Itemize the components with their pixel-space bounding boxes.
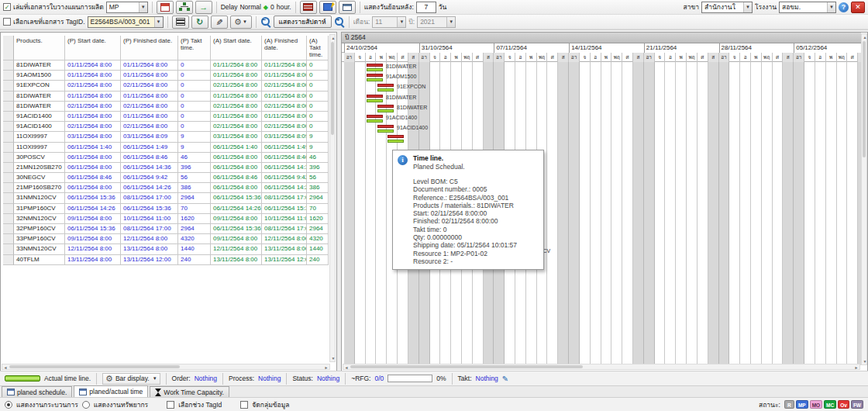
table-cell[interactable]: 46: [178, 153, 211, 163]
table-cell[interactable]: 1440: [178, 244, 211, 254]
table-cell[interactable]: 91ACID1400: [14, 112, 65, 122]
show-process-radio[interactable]: [5, 401, 12, 409]
show-weekly-button[interactable]: แสดงรายสัปดาห์: [274, 16, 332, 28]
table-cell[interactable]: 06/11/2564 9:42: [121, 173, 178, 183]
gantt-horizontal-scrollbar[interactable]: ◄►: [343, 364, 860, 370]
table-cell[interactable]: 02/11/2564 8:00: [65, 102, 121, 112]
month-combo[interactable]: 11▼: [372, 16, 406, 28]
row-selector[interactable]: [3, 102, 14, 112]
table-cell[interactable]: 06/11/2564 8:00: [65, 163, 121, 173]
column-header[interactable]: (A) Start date.: [211, 36, 262, 60]
table-cell[interactable]: 02/11/2564 8:00: [262, 122, 307, 132]
table-cell[interactable]: 13/11/2564 8:00: [262, 244, 307, 254]
table-row[interactable]: 30NEGCV06/11/2564 8:4606/11/2564 9:42560…: [3, 173, 329, 183]
table-cell[interactable]: 1440: [307, 244, 329, 254]
table-cell[interactable]: 0: [307, 92, 329, 102]
table-cell[interactable]: 02/11/2564 8:00: [121, 81, 178, 91]
table-cell[interactable]: 06/11/2564 15:36: [65, 224, 121, 234]
tab-work-time-capacity-[interactable]: Work Time Capacity.: [150, 386, 229, 397]
table-cell[interactable]: 01/11/2564 8:00: [262, 92, 307, 102]
table-cell[interactable]: 02/11/2564 8:00: [262, 81, 307, 91]
row-selector[interactable]: [3, 81, 14, 91]
table-cell[interactable]: 31PMP160CV: [14, 204, 65, 214]
table-cell[interactable]: 03/11/2564 8:09: [121, 132, 178, 142]
table-cell[interactable]: 06/11/2564 15:36: [211, 224, 262, 234]
table-cell[interactable]: 0: [307, 122, 329, 132]
table-cell[interactable]: 46: [307, 153, 329, 163]
table-cell[interactable]: 08/11/2564 17:00: [121, 224, 178, 234]
save-edit-button[interactable]: [319, 1, 336, 14]
row-selector[interactable]: [3, 224, 14, 234]
table-cell[interactable]: 01/11/2564 8:00: [121, 112, 178, 122]
group-data-checkbox[interactable]: [240, 401, 248, 409]
table-cell[interactable]: 01/11/2564 8:00: [211, 71, 262, 81]
table-cell[interactable]: 32PMP160CV: [14, 224, 65, 234]
table-cell[interactable]: 06/11/2564 8:00: [211, 153, 262, 163]
report-button[interactable]: [300, 1, 317, 14]
table-cell[interactable]: 30NEGCV: [14, 173, 65, 183]
table-cell[interactable]: 0: [307, 112, 329, 122]
table-cell[interactable]: 01/11/2564 8:00: [262, 71, 307, 81]
table-cell[interactable]: 70: [307, 204, 329, 214]
gantt-vertical-scrollbar[interactable]: ▲▼: [861, 33, 867, 365]
table-cell[interactable]: 0: [307, 81, 329, 91]
table-cell[interactable]: 30POSCV: [14, 153, 65, 163]
table-cell[interactable]: 02/11/2564 8:00: [121, 102, 178, 112]
row-selector[interactable]: [3, 122, 14, 132]
table-cell[interactable]: 08/11/2564 17:00: [262, 193, 307, 203]
table-cell[interactable]: 56: [178, 173, 211, 183]
table-cell[interactable]: 06/11/2564 1:49: [262, 143, 307, 153]
table-row[interactable]: 31PMP160CV06/11/2564 14:2606/11/2564 15:…: [3, 204, 329, 214]
table-cell[interactable]: 386: [178, 183, 211, 193]
bar-display-dropdown[interactable]: ⚙ Bar display. ▼: [102, 373, 160, 385]
table-cell[interactable]: 1620: [307, 214, 329, 224]
doc-type-combo[interactable]: MP▼: [106, 2, 148, 13]
table-row[interactable]: 32PMP160CV06/11/2564 15:3608/11/2564 17:…: [3, 224, 329, 234]
table-cell[interactable]: 08/11/2564 17:00: [121, 193, 178, 203]
table-cell[interactable]: 06/11/2564 8:46: [121, 153, 178, 163]
table-cell[interactable]: 06/11/2564 1:49: [121, 143, 178, 153]
row-selector[interactable]: [3, 143, 14, 153]
row-selector[interactable]: [3, 132, 14, 142]
table-cell[interactable]: 06/11/2564 1:40: [211, 143, 262, 153]
table-cell[interactable]: 09/11/2564 8:00: [65, 214, 121, 224]
table-row[interactable]: 11OXI999706/11/2564 1:4006/11/2564 1:499…: [3, 143, 329, 153]
table-cell[interactable]: 06/11/2564 14:26: [211, 204, 262, 214]
calendar-button[interactable]: [157, 1, 174, 14]
table-cell[interactable]: 02/11/2564 8:00: [211, 102, 262, 112]
table-cell[interactable]: 12/11/2564 8:00: [211, 244, 262, 254]
table-horizontal-scrollbar[interactable]: ◄►: [2, 364, 330, 370]
table-cell[interactable]: 0: [307, 60, 329, 71]
zoom-out-button[interactable]: −: [260, 16, 271, 27]
table-cell[interactable]: 01/11/2564 8:00: [121, 92, 178, 102]
table-cell[interactable]: 09/11/2564 8:00: [211, 214, 262, 224]
table-cell[interactable]: 13/11/2564 12:00: [121, 255, 178, 265]
help-button[interactable]: ?: [839, 2, 849, 12]
table-cell[interactable]: 10/11/2564 11:00: [121, 214, 178, 224]
table-cell[interactable]: 03/11/2564 8:09: [262, 132, 307, 142]
table-cell[interactable]: 81DIWATER: [14, 102, 65, 112]
table-cell[interactable]: 12/11/2564 8:00: [121, 234, 178, 244]
table-row[interactable]: 11OXI999703/11/2564 8:0003/11/2564 8:099…: [3, 132, 329, 142]
table-cell[interactable]: 06/11/2564 15:36: [65, 193, 121, 203]
table-cell[interactable]: 06/11/2564 14:36: [121, 163, 178, 173]
table-cell[interactable]: 02/11/2564 8:00: [65, 81, 121, 91]
table-cell[interactable]: 10/11/2564 11:00: [262, 214, 307, 224]
table-cell[interactable]: 09/11/2564 8:00: [211, 234, 262, 244]
table-row[interactable]: 21MP160SB27006/11/2564 8:0006/11/2564 14…: [3, 183, 329, 193]
table-row[interactable]: 33NMN120CV12/11/2564 8:0013/11/2564 8:00…: [3, 244, 329, 254]
table-cell[interactable]: 03/11/2564 8:00: [65, 132, 121, 142]
table-cell[interactable]: 06/11/2564 9:42: [262, 173, 307, 183]
table-cell[interactable]: 12/11/2564 8:00: [262, 234, 307, 244]
branch-combo[interactable]: สำนักงานใ▼: [701, 2, 753, 13]
table-cell[interactable]: 9: [307, 132, 329, 142]
table-cell[interactable]: 1620: [178, 214, 211, 224]
close-button[interactable]: ✕: [851, 2, 865, 13]
table-cell[interactable]: 13/11/2564 8:00: [211, 255, 262, 265]
tab-planed-schedule-[interactable]: planed schedule.: [2, 386, 72, 397]
tab-planed-actual-time[interactable]: planed/actual time: [74, 385, 148, 397]
row-selector[interactable]: [3, 112, 14, 122]
table-cell[interactable]: 13/11/2564 8:00: [65, 255, 121, 265]
table-cell[interactable]: 81DIWATER: [14, 92, 65, 102]
table-cell[interactable]: 06/11/2564 14:26: [262, 183, 307, 193]
